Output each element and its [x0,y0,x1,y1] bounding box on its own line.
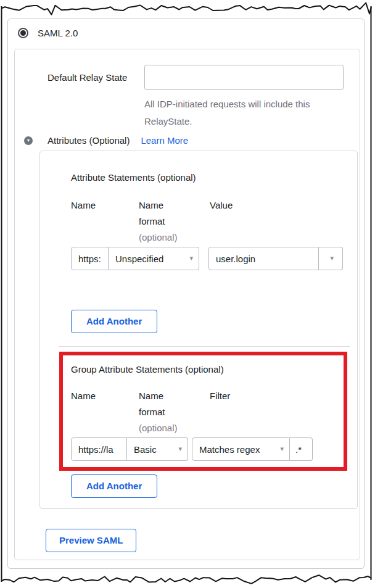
header-value: Value [210,197,233,246]
relay-state-help-text: All IDP-initiated requests will include … [144,96,332,130]
group-attribute-name-input[interactable] [71,437,127,461]
saml-radio-row: SAML 2.0 [18,28,78,38]
header-name-format-note: (optional) [139,420,183,436]
attribute-statements-headers: Name Name format (optional) Value [71,197,342,246]
header-filter: Filter [210,388,230,436]
group-name-format-select[interactable]: Basic ▾ [127,437,188,461]
chevron-down-icon: ▾ [178,445,182,452]
saml-form-box: Default Relay State All IDP-initiated re… [14,49,360,560]
learn-more-link[interactable]: Learn More [141,135,188,146]
attribute-name-format-select[interactable]: Unspecified ▾ [109,247,199,270]
attribute-name-input[interactable] [71,247,109,270]
header-name: Name [71,388,139,436]
add-another-group-attribute-button[interactable]: Add Another [71,474,157,498]
section-collapse-icon[interactable]: ▾ [24,136,33,145]
section-divider [59,346,350,347]
attributes-section-label: Attributes (Optional) [47,135,130,146]
header-name-format: Name format [139,197,183,230]
group-attribute-statements-title: Group Attribute Statements (optional) [71,364,342,375]
saml-settings-panel: SAML 2.0 Default Relay State All IDP-ini… [7,19,365,569]
saml-radio-button[interactable] [18,28,28,38]
attribute-value-combobox[interactable]: user.login [208,247,319,270]
chevron-down-icon: ▾ [330,255,334,262]
default-relay-state-label: Default Relay State [47,65,144,130]
preview-saml-button[interactable]: Preview SAML [46,529,136,552]
saml-radio-label: SAML 2.0 [38,28,78,38]
chevron-down-icon: ▾ [280,445,284,452]
group-attribute-statement-row: Basic ▾ Matches regex ▾ [71,437,342,461]
attribute-statements-box: Attribute Statements (optional) Name Nam… [39,151,358,509]
header-name-format-note: (optional) [139,230,183,246]
attribute-statement-row: Unspecified ▾ user.login ▾ [71,247,342,270]
header-name: Name [71,197,139,246]
group-attribute-statements-headers: Name Name format (optional) Filter [71,388,342,436]
default-relay-state-control: All IDP-initiated requests will include … [144,65,344,130]
attribute-value-dropdown-button[interactable]: ▾ [319,247,343,270]
default-relay-state-input[interactable] [144,65,344,90]
default-relay-state-row: Default Relay State All IDP-initiated re… [47,65,344,130]
add-another-attribute-button[interactable]: Add Another [71,310,157,333]
radio-selected-dot [20,30,26,36]
attribute-statements-title: Attribute Statements (optional) [71,172,342,183]
group-filter-value-input[interactable] [290,437,313,461]
chevron-down-icon: ▾ [189,255,193,262]
saml-settings-page: SAML 2.0 Default Relay State All IDP-ini… [0,0,375,588]
group-filter-type-select[interactable]: Matches regex ▾ [192,437,290,461]
header-name-format: Name format [139,388,183,420]
chevron-down-icon: ▾ [27,138,30,143]
attributes-section-header: ▾ Attributes (Optional) Learn More [24,135,188,146]
